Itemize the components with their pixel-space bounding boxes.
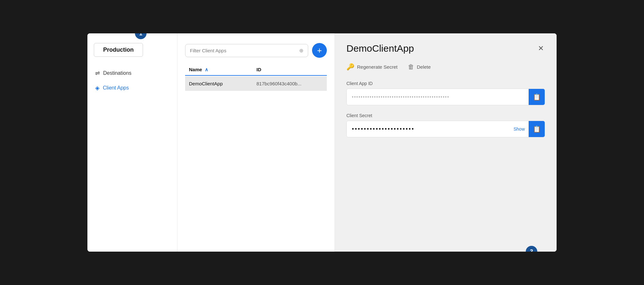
show-secret-link[interactable]: Show [510,126,529,132]
regenerate-secret-label: Regenerate Secret [357,64,398,70]
client-secret-section: Client Secret Show 📋 [346,113,545,137]
production-button[interactable]: Production [94,43,143,57]
sort-arrow: ∧ [205,67,208,72]
clipboard-icon-1: 📋 [533,93,541,101]
app-container: 1 Production ⇌ Destinations ◈ Client App… [87,33,557,252]
add-icon: + [317,46,322,56]
client-secret-field-wrap: Show 📋 [346,121,545,137]
search-input-wrap[interactable]: ⊕ [185,44,308,57]
column-id-header[interactable]: ID [256,67,323,73]
table-row[interactable]: DemoClientApp 817bc960f43c400b... [185,76,327,91]
search-icon: ⊕ [299,48,303,54]
client-app-id-section: Client App ID 📋 [346,81,545,105]
delete-label: Delete [417,64,431,70]
cell-id: 817bc960f43c400b... [256,81,323,86]
destinations-icon: ⇌ [95,70,100,77]
trash-icon: 🗑 [408,63,414,71]
copy-client-secret-button[interactable]: 📋 [529,121,545,137]
sidebar: Production ⇌ Destinations ◈ Client Apps [87,33,177,252]
sidebar-item-destinations-label: Destinations [103,70,131,76]
copy-client-app-id-button[interactable]: 📋 [529,89,545,105]
sidebar-item-client-apps-label: Client Apps [103,85,129,91]
clipboard-icon-2: 📋 [533,125,541,133]
regenerate-secret-button[interactable]: 🔑 Regenerate Secret [346,63,398,71]
search-bar: ⊕ + [185,43,327,58]
detail-panel: 2 3 DemoClientApp ✕ 🔑 Regenerate Secret … [335,33,557,252]
column-name-header[interactable]: Name ∧ [189,67,256,73]
sidebar-item-destinations[interactable]: ⇌ Destinations [94,67,171,79]
action-bar: 🔑 Regenerate Secret 🗑 Delete [346,63,545,71]
table-header: Name ∧ ID [185,67,327,76]
sidebar-item-client-apps[interactable]: ◈ Client Apps [94,82,171,94]
annotation-3: 3 [526,246,537,252]
client-apps-icon: ◈ [95,84,100,91]
key-icon: 🔑 [346,63,354,71]
cell-name: DemoClientApp [189,81,256,86]
client-secret-input[interactable] [347,121,510,137]
client-app-id-field-wrap: 📋 [346,89,545,105]
client-app-id-input[interactable] [347,90,529,104]
detail-title: DemoClientApp [346,43,414,54]
client-app-id-label: Client App ID [346,81,545,86]
middle-panel: ⊕ + Name ∧ ID DemoClientApp 817bc960f43c… [177,33,335,252]
add-client-app-button[interactable]: + [312,43,327,58]
client-secret-label: Client Secret [346,113,545,118]
close-button[interactable]: ✕ [537,43,545,54]
detail-header: DemoClientApp ✕ [346,43,545,54]
search-input[interactable] [190,48,299,53]
delete-button[interactable]: 🗑 Delete [408,63,431,71]
